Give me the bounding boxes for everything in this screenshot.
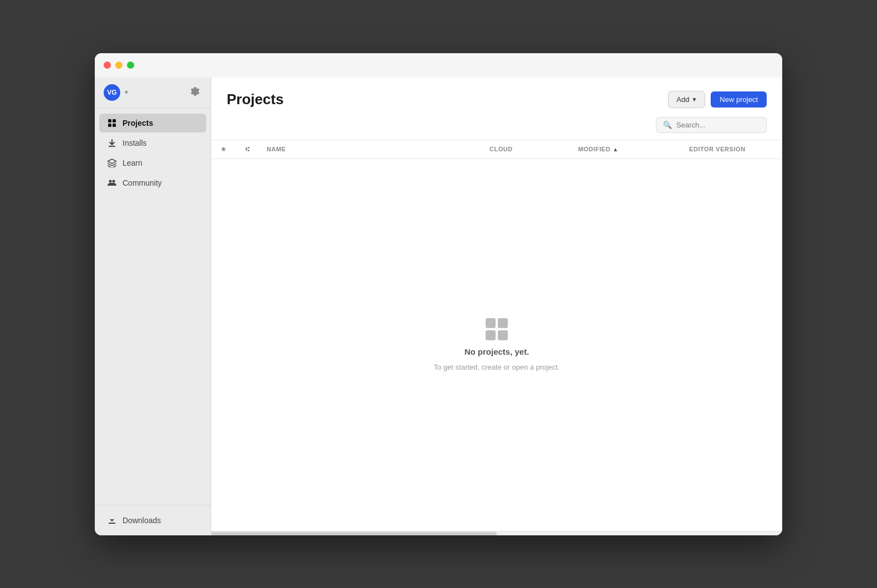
- sort-arrow-icon: ▲: [613, 146, 618, 152]
- app-body: VG ▼: [95, 78, 782, 535]
- sidebar-top: VG ▼: [95, 78, 211, 108]
- table-header: ★ ⑆ NAME CLOUD MODIFIED ▲ EDITOR VERSION: [211, 140, 782, 159]
- col-cloud-label: CLOUD: [490, 146, 513, 152]
- sidebar: VG ▼: [95, 78, 211, 535]
- col-header-star[interactable]: ★: [211, 140, 236, 158]
- minimize-button[interactable]: [115, 62, 123, 69]
- search-box[interactable]: 🔍: [656, 117, 767, 133]
- installs-icon: [107, 138, 117, 148]
- main-content: Projects Add ▼ New project 🔍: [211, 78, 782, 535]
- sidebar-item-installs-label: Installs: [123, 139, 147, 147]
- sidebar-item-community[interactable]: Community: [99, 173, 206, 192]
- svg-rect-3: [113, 124, 116, 127]
- sidebar-nav: Projects Installs: [95, 108, 211, 505]
- svg-rect-2: [108, 124, 111, 127]
- learn-icon: [107, 158, 117, 168]
- maximize-button[interactable]: [127, 62, 134, 69]
- search-input[interactable]: [676, 121, 759, 129]
- col-name-label: NAME: [267, 146, 286, 152]
- empty-icon-cell-4: [498, 330, 508, 340]
- chevron-down-icon: ▼: [124, 89, 129, 95]
- svg-rect-1: [113, 119, 116, 122]
- col-editor-version-label: EDITOR VERSION: [689, 146, 746, 152]
- sidebar-item-installs[interactable]: Installs: [99, 134, 206, 152]
- sidebar-item-projects[interactable]: Projects: [99, 114, 206, 132]
- titlebar: [95, 53, 782, 78]
- col-header-name[interactable]: NAME: [260, 140, 483, 158]
- col-header-cloud[interactable]: CLOUD: [483, 140, 572, 158]
- svg-point-5: [113, 180, 115, 182]
- svg-point-4: [109, 180, 112, 182]
- sidebar-bottom: Downloads: [95, 505, 211, 535]
- star-icon: ★: [221, 146, 227, 153]
- empty-state: No projects, yet. To get started, create…: [434, 318, 560, 371]
- close-button[interactable]: [104, 62, 111, 69]
- projects-icon: [107, 118, 117, 128]
- main-header: Projects Add ▼ New project: [211, 78, 782, 117]
- table-body: No projects, yet. To get started, create…: [211, 159, 782, 531]
- empty-state-subtitle: To get started, create or open a project…: [434, 363, 560, 371]
- gear-icon: [191, 87, 200, 96]
- downloads-icon: [107, 515, 117, 525]
- settings-button[interactable]: [188, 85, 202, 100]
- sidebar-item-downloads-label: Downloads: [123, 516, 161, 525]
- search-icon: 🔍: [663, 121, 672, 129]
- col-modified-label: MODIFIED: [578, 146, 610, 152]
- add-button[interactable]: Add ▼: [668, 91, 705, 108]
- community-icon: [107, 178, 117, 188]
- col-header-modified[interactable]: MODIFIED ▲: [572, 140, 682, 158]
- avatar: VG: [104, 84, 120, 101]
- page-title: Projects: [227, 91, 284, 108]
- empty-icon-cell-2: [498, 318, 508, 328]
- sidebar-item-learn[interactable]: Learn: [99, 154, 206, 172]
- empty-state-icon: [486, 318, 508, 340]
- svg-rect-0: [108, 119, 111, 122]
- search-area: 🔍: [211, 117, 782, 140]
- sidebar-item-learn-label: Learn: [123, 158, 142, 167]
- empty-state-title: No projects, yet.: [465, 347, 529, 356]
- sidebar-item-community-label: Community: [123, 178, 162, 187]
- empty-icon-cell-3: [486, 330, 496, 340]
- add-dropdown-icon: ▼: [691, 96, 697, 103]
- empty-icon-cell-1: [486, 318, 496, 328]
- header-actions: Add ▼ New project: [668, 91, 767, 108]
- branch-icon: ⑆: [246, 146, 250, 152]
- scrollbar-area: [211, 531, 782, 535]
- scrollbar-thumb[interactable]: [211, 532, 497, 535]
- sidebar-item-projects-label: Projects: [123, 119, 153, 127]
- user-area[interactable]: VG ▼: [104, 84, 129, 101]
- sidebar-item-downloads[interactable]: Downloads: [99, 511, 206, 530]
- col-header-branch[interactable]: ⑆: [236, 140, 260, 158]
- add-button-label: Add: [676, 95, 689, 104]
- traffic-lights: [104, 62, 134, 69]
- app-window: VG ▼: [95, 53, 782, 535]
- col-header-editor-version[interactable]: EDITOR VERSION: [682, 140, 782, 158]
- new-project-button[interactable]: New project: [711, 91, 767, 108]
